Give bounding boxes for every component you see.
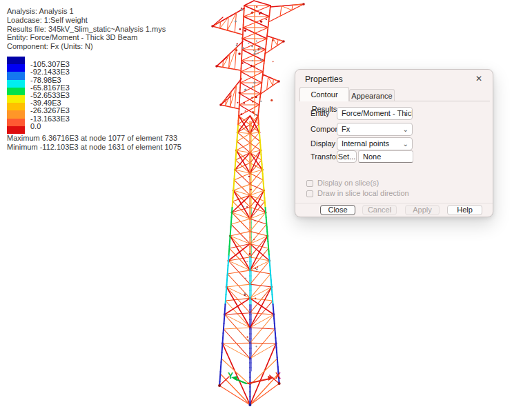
tower-member <box>236 143 250 150</box>
node-dot <box>248 43 249 44</box>
node-dot <box>302 3 305 6</box>
transform-set-button[interactable]: Set... <box>337 150 357 163</box>
tower-member <box>264 198 265 203</box>
tower-member <box>237 132 250 134</box>
node-dot <box>251 97 253 99</box>
tab-appearance[interactable]: Appearance <box>349 89 395 101</box>
tower-member <box>270 270 271 275</box>
legend-value-label: -65.8167E3 <box>30 83 70 92</box>
display-select[interactable]: Internal points ⌄ <box>337 137 413 150</box>
node-dot <box>253 81 255 83</box>
node-dot <box>255 346 257 347</box>
node-dot <box>235 20 237 22</box>
tower-member <box>264 183 264 188</box>
info-line: Entity: Force/Moment - Thick 3D Beam <box>7 33 166 42</box>
node-dot <box>266 19 267 20</box>
node-dot <box>248 404 251 406</box>
legend-color-swatch <box>7 57 25 64</box>
tower-member <box>263 179 264 183</box>
tower-member <box>265 41 284 54</box>
node-dot <box>245 110 246 112</box>
tower-member <box>263 68 264 73</box>
node-dot <box>237 43 238 45</box>
tower-member <box>264 188 264 193</box>
node-dot <box>249 253 251 255</box>
legend-value-label: -13.1633E3 <box>30 115 70 123</box>
node-dot <box>244 102 246 104</box>
tower-member <box>270 275 271 280</box>
tower-member <box>266 212 266 217</box>
node-dot <box>255 50 257 52</box>
legend-value-label: -92.1433E3 <box>30 68 70 76</box>
tower-member <box>268 25 268 30</box>
help-button[interactable]: Help <box>447 205 482 215</box>
maximum-value-text: Maximum 6.36716E3 at node 1077 of elemen… <box>7 134 181 143</box>
tower-member <box>274 314 275 319</box>
properties-dialog[interactable]: Properties ✕ Contour Results Appearance … <box>295 69 493 217</box>
tower-member <box>259 121 259 126</box>
info-line: Component: Fx (Units: N) <box>7 42 166 51</box>
tower-member <box>264 54 265 59</box>
node-dot <box>257 266 258 268</box>
tower-member <box>231 224 250 243</box>
tower-member <box>271 285 272 290</box>
tower-member <box>250 343 276 344</box>
tower-member <box>220 22 221 29</box>
tab-contour-results[interactable]: Contour Results <box>299 87 349 101</box>
tower-member <box>231 219 250 224</box>
node-dot <box>253 52 255 54</box>
node-dot <box>244 89 246 91</box>
node-dot <box>254 9 255 10</box>
tower-member <box>270 266 270 270</box>
tower-member <box>259 126 259 130</box>
tower-member <box>270 6 270 10</box>
node-dot <box>242 37 243 39</box>
node-dot <box>259 13 261 15</box>
tower-member <box>233 184 250 190</box>
node-dot <box>238 52 241 55</box>
tower-member <box>259 107 259 112</box>
node-dot <box>255 298 256 299</box>
tower-member <box>266 34 267 39</box>
x-axis-label: X <box>275 371 281 381</box>
node-dot <box>253 239 255 240</box>
tower-member <box>250 184 264 190</box>
tower-member <box>262 83 262 88</box>
transform-value-field[interactable]: None <box>358 150 413 163</box>
tower-member <box>273 309 274 314</box>
tower-member <box>226 99 226 106</box>
tower-member <box>267 77 268 90</box>
node-dot <box>255 220 256 221</box>
legend-color-swatch <box>7 103 25 110</box>
component-select[interactable]: Fx ⌄ <box>337 123 413 136</box>
tower-member <box>268 251 269 256</box>
close-icon[interactable]: ✕ <box>472 72 486 85</box>
tower-member <box>267 30 268 34</box>
node-dot <box>250 182 251 183</box>
legend-value-label: -105.307E3 <box>30 60 70 68</box>
tower-member <box>282 6 292 10</box>
node-dot <box>235 49 237 51</box>
tower-member <box>260 92 261 97</box>
tower-member <box>250 173 263 180</box>
node-dot <box>278 382 281 385</box>
node-dot <box>252 60 253 61</box>
close-button[interactable]: Close <box>320 205 355 215</box>
tower-member <box>275 328 275 333</box>
legend-color-swatch <box>7 72 25 79</box>
node-dot <box>246 336 248 337</box>
tower-member <box>230 236 250 243</box>
tower-member <box>250 344 276 359</box>
tower-member <box>269 256 270 261</box>
node-dot <box>260 20 262 22</box>
node-dot <box>252 86 253 87</box>
chevron-down-icon: ⌄ <box>403 138 408 150</box>
component-value: Fx <box>342 125 350 133</box>
tower-member <box>267 232 268 237</box>
node-dot <box>273 61 274 62</box>
tower-member <box>265 203 266 208</box>
node-dot <box>252 101 254 103</box>
tower-member <box>221 359 250 385</box>
node-dot <box>256 40 257 41</box>
entity-select[interactable]: Force/Moment - Thick 3D E ⌄ <box>337 107 413 120</box>
